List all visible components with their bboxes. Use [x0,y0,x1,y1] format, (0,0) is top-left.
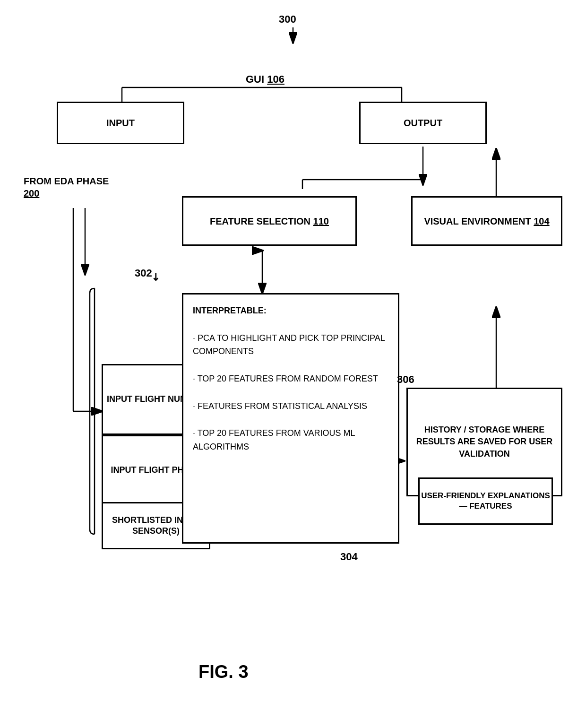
from-eda-label: FROM EDA PHASE200 [24,175,109,199]
fig-label: FIG. 3 [198,662,249,682]
ref-306-label: 306 [397,373,414,386]
ref-300-label: 300 [279,13,296,26]
diagram: 300 GUI 106 INPUT OUTPUT FROM EDA PHASE2… [0,0,586,728]
interpretable-block: INTERPRETABLE: · PCA TO HIGHLIGHT AND PI… [182,293,399,544]
gui-ref: 106 [267,73,284,85]
gui-label: GUI 106 [246,73,284,86]
input-box: INPUT [57,102,184,144]
visual-environment-box: VISUAL ENVIRONMENT 104 [411,196,562,246]
output-box: OUTPUT [359,102,487,144]
feature-selection-box: FEATURE SELECTION 110 [182,196,357,246]
ref-304-label: 304 [340,551,358,563]
user-friendly-box: USER-FRIENDLY EXPLANATIONS — FEATURES [418,477,553,525]
